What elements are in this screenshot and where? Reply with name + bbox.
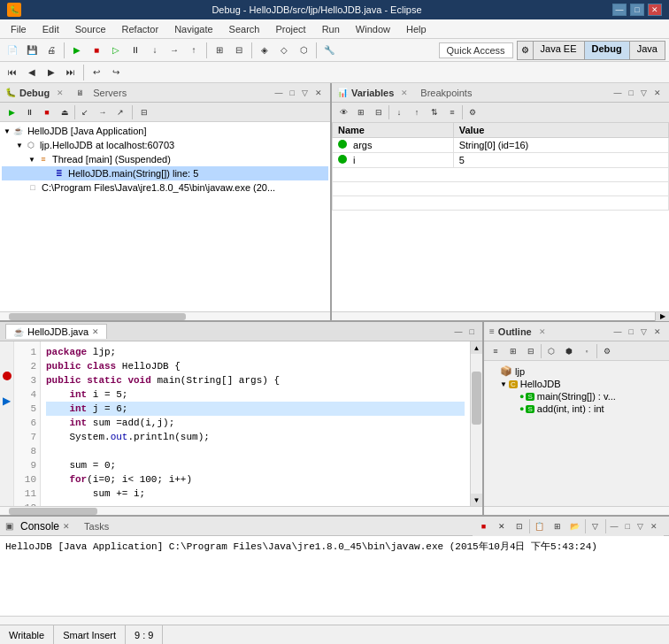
outline-btn-g[interactable]: ⚙ xyxy=(599,343,615,359)
editor-maximize[interactable]: □ xyxy=(467,326,477,337)
code-area[interactable]: package ljp; public class HelloJDB { pub… xyxy=(41,341,470,506)
maximize-button[interactable]: □ xyxy=(630,4,644,16)
console-maximize[interactable]: □ xyxy=(623,521,633,532)
console-scrollbar-h[interactable] xyxy=(0,616,669,625)
vars-maximize[interactable]: □ xyxy=(627,88,636,98)
tree-item-hellojdb[interactable]: ▼ ☕ HelloJDB [Java Application] xyxy=(2,124,328,138)
console-btn-d[interactable]: ⊞ xyxy=(550,518,565,534)
debug-panel-scrollbar-h[interactable]: ▶ xyxy=(0,311,330,320)
toolbar-btn-c[interactable]: ◈ xyxy=(256,42,273,59)
tasks-label[interactable]: Tasks xyxy=(84,521,109,532)
outline-method-main[interactable]: ▶ ● S main(String[]) : v... xyxy=(488,390,665,402)
outline-package-ljp[interactable]: 📦 ljp xyxy=(488,364,665,378)
breakpoints-label[interactable]: Breakpoints xyxy=(420,88,472,98)
vars-scrollbar-h[interactable] xyxy=(332,311,669,320)
debug-panel-menu[interactable]: ▽ xyxy=(299,88,311,98)
minimize-button[interactable]: — xyxy=(612,4,627,16)
step-return-button[interactable]: ↑ xyxy=(185,42,203,59)
outline-minimize[interactable]: — xyxy=(611,326,625,337)
outline-close[interactable]: ✕ xyxy=(651,326,664,337)
resume-button[interactable]: ▷ xyxy=(107,42,125,59)
menu-window[interactable]: Window xyxy=(349,22,397,36)
menu-refactor[interactable]: Refactor xyxy=(115,22,166,36)
vars-btn-g[interactable]: ≡ xyxy=(444,104,460,120)
toolbar2-btn-a[interactable]: ⏮ xyxy=(4,64,21,81)
menu-run[interactable]: Run xyxy=(315,22,347,36)
vars-btn-e[interactable]: ↑ xyxy=(409,104,425,120)
servers-label[interactable]: Servers xyxy=(93,88,127,98)
console-collapse[interactable]: — xyxy=(608,521,621,532)
step-into-button[interactable]: ↓ xyxy=(146,42,164,59)
new-button[interactable]: 📄 xyxy=(4,42,21,59)
outline-expand-class[interactable]: ▼ xyxy=(500,380,507,388)
console-btn-c[interactable]: 📋 xyxy=(532,518,548,534)
debug-button[interactable]: ▶ xyxy=(68,42,86,59)
editor-scrollbar-thumb[interactable] xyxy=(472,372,481,425)
vars-btn-h[interactable]: ⚙ xyxy=(465,104,481,120)
toolbar2-btn-e[interactable]: ↩ xyxy=(88,64,105,81)
perspective-debug-tab[interactable]: Debug xyxy=(585,42,630,59)
menu-edit[interactable]: Edit xyxy=(35,22,66,36)
save-button[interactable]: 💾 xyxy=(23,42,41,59)
scroll-down-btn[interactable]: ▼ xyxy=(471,494,482,506)
stepinto-dbg-btn[interactable]: ↙ xyxy=(77,104,93,120)
vars-close[interactable]: ✕ xyxy=(651,88,664,98)
console-btn-e[interactable]: 📂 xyxy=(567,518,583,534)
vars-btn-f[interactable]: ⇅ xyxy=(427,104,442,120)
vars-btn-a[interactable]: 👁 xyxy=(335,104,351,120)
var-row-i[interactable]: i 5 xyxy=(333,153,669,168)
outline-btn-f[interactable]: ◦ xyxy=(579,343,595,359)
quick-access-label[interactable]: Quick Access xyxy=(439,42,513,58)
suspend-dbg-btn[interactable]: ⏸ xyxy=(21,104,37,120)
outline-maximize[interactable]: □ xyxy=(627,326,636,337)
console-close[interactable]: ✕ xyxy=(648,521,660,532)
vars-btn-b[interactable]: ⊞ xyxy=(353,104,369,120)
menu-search[interactable]: Search xyxy=(222,22,267,36)
stepover-dbg-btn[interactable]: → xyxy=(95,104,111,120)
step-over-button[interactable]: → xyxy=(165,42,183,59)
expand-thread[interactable]: ▼ xyxy=(28,156,35,164)
perspective-settings-icon[interactable]: ⚙ xyxy=(518,42,534,59)
menu-source[interactable]: Source xyxy=(68,22,113,36)
toolbar-btn-a[interactable]: ⊞ xyxy=(211,42,228,59)
outline-class-hellojdb[interactable]: ▼ C HelloJDB xyxy=(488,378,665,390)
perspective-javaee-tab[interactable]: Java EE xyxy=(534,42,585,59)
editor-scrollbar-h[interactable] xyxy=(0,506,482,515)
tree-item-javaw[interactable]: □ C:\Program Files\Java\jre1.8.0_45\bin\… xyxy=(2,180,328,195)
expand-hellojdb[interactable]: ▼ xyxy=(4,127,11,135)
toolbar2-btn-b[interactable]: ◀ xyxy=(23,64,41,81)
print-button[interactable]: 🖨 xyxy=(42,42,60,59)
toolbar-btn-d[interactable]: ◇ xyxy=(275,42,293,59)
scroll-up-btn[interactable]: ▲ xyxy=(471,341,482,354)
console-menu[interactable]: ▽ xyxy=(634,521,646,532)
toolbar2-btn-d[interactable]: ⏭ xyxy=(62,64,80,81)
outline-menu[interactable]: ▽ xyxy=(638,326,650,337)
suspend-button[interactable]: ⏸ xyxy=(127,42,144,59)
stop-dbg-btn[interactable]: ■ xyxy=(39,104,55,120)
outline-method-add[interactable]: ▶ ● S add(int, int) : int xyxy=(488,402,665,415)
disconnect-dbg-btn[interactable]: ⏏ xyxy=(57,104,73,120)
vars-menu[interactable]: ▽ xyxy=(638,88,650,98)
outline-btn-a[interactable]: ≡ xyxy=(488,343,504,359)
editor-tab-hellojdb[interactable]: ☕ HelloJDB.java ✕ xyxy=(5,324,107,339)
console-btn-a[interactable]: ✕ xyxy=(494,518,510,534)
editor-tab-close[interactable]: ✕ xyxy=(92,327,99,336)
var-row-args[interactable]: args String[0] (id=16) xyxy=(333,138,669,153)
outline-btn-b[interactable]: ⊞ xyxy=(505,343,521,359)
vars-btn-d[interactable]: ↓ xyxy=(391,104,407,120)
collapse-all-btn[interactable]: ⊟ xyxy=(136,104,152,120)
outline-btn-d[interactable]: ⬡ xyxy=(543,343,559,359)
expand-localhost[interactable]: ▼ xyxy=(16,142,23,150)
console-btn-b[interactable]: ⊡ xyxy=(511,518,527,534)
menu-file[interactable]: File xyxy=(4,22,34,36)
debug-panel-minimize[interactable]: — xyxy=(273,88,286,98)
console-tab-close[interactable]: ✕ xyxy=(63,522,70,531)
tree-item-localhost[interactable]: ▼ ⬡ ljp.HelloJDB at localhost:60703 xyxy=(2,138,328,152)
console-stop-btn[interactable]: ■ xyxy=(476,518,492,534)
toolbar2-btn-c[interactable]: ▶ xyxy=(42,64,60,81)
vars-collapse[interactable]: — xyxy=(611,88,625,98)
toolbar-btn-e[interactable]: ⬡ xyxy=(295,42,312,59)
perspective-java-tab[interactable]: Java xyxy=(630,42,665,59)
resume-dbg-btn[interactable]: ▶ xyxy=(4,104,19,120)
toolbar-btn-f[interactable]: 🔧 xyxy=(320,42,338,59)
